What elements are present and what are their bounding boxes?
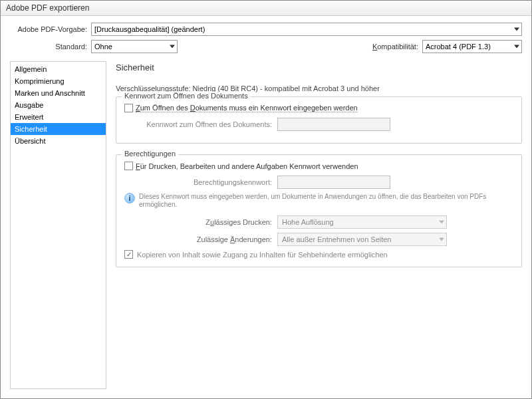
security-panel: Sicherheit Verschlüsselungsstufe: Niedri… — [116, 61, 522, 389]
panel-heading: Sicherheit — [116, 63, 522, 72]
sidebar-item-sicherheit[interactable]: Sicherheit — [11, 123, 106, 135]
info-icon: i — [124, 193, 135, 203]
allowed-printing-label: Zulässiges Drucken: — [124, 218, 277, 226]
chevron-down-icon — [514, 45, 519, 49]
enable-copy-access-checkbox — [124, 250, 133, 259]
window-title: Adobe PDF exportieren — [1, 1, 531, 16]
sidebar-item-allgemein[interactable]: Allgemein — [11, 63, 106, 75]
permissions-group: Berechtigungen Für Drucken, Bearbeiten u… — [116, 154, 522, 267]
allowed-changes-select: Alle außer Entnehmen von Seiten — [277, 233, 447, 246]
permissions-password-input — [277, 176, 390, 189]
sidebar-item-marken[interactable]: Marken und Anschnitt — [11, 87, 106, 99]
sidebar-item-uebersicht[interactable]: Übersicht — [11, 135, 106, 147]
sidebar-item-komprimierung[interactable]: Komprimierung — [11, 75, 106, 87]
allowed-printing-value: Hohe Auflösung — [282, 218, 334, 226]
open-password-group: Kennwort zum Öffnen des Dokuments Zum Öf… — [116, 96, 522, 144]
enable-copy-access-label: Kopieren von Inhalt sowie Zugang zu Inha… — [137, 251, 388, 259]
permissions-password-field-label: Berechtigungskennwort: — [124, 178, 277, 186]
permissions-info-text: Dieses Kennwort muss eingegeben werden, … — [139, 193, 513, 209]
standard-label: Standard: — [10, 43, 91, 51]
require-open-password-checkbox[interactable] — [124, 104, 133, 112]
chevron-down-icon — [514, 28, 519, 31]
open-password-legend: Kennwort zum Öffnen des Dokuments — [122, 92, 251, 100]
chevron-down-icon — [439, 221, 444, 224]
preset-select[interactable]: [Druckausgabequalität] (geändert) — [91, 23, 522, 36]
open-password-input — [277, 118, 390, 131]
top-options: Adobe PDF-Vorgabe: [Druckausgabequalität… — [1, 16, 531, 61]
standard-select[interactable]: Ohne — [91, 40, 178, 53]
preset-value: [Druckausgabequalität] (geändert) — [94, 23, 205, 35]
open-password-field-label: Kennwort zum Öffnen des Dokuments: — [124, 120, 277, 128]
export-pdf-dialog: Adobe PDF exportieren Adobe PDF-Vorgabe:… — [0, 0, 532, 399]
sidebar-item-ausgabe[interactable]: Ausgabe — [11, 99, 106, 111]
sidebar-item-erweitert[interactable]: Erweitert — [11, 111, 106, 123]
allowed-printing-select: Hohe Auflösung — [277, 215, 447, 229]
compat-label: Kompatibilität: — [372, 43, 422, 51]
permissions-password-checkbox[interactable] — [124, 162, 133, 170]
preset-label: Adobe PDF-Vorgabe: — [10, 25, 91, 33]
require-open-password-label: Zum Öffnen des Dokuments muss ein Kennwo… — [136, 104, 358, 112]
compat-value: Acrobat 4 (PDF 1.3) — [426, 41, 491, 53]
permissions-password-label: Für Drucken, Bearbeiten und andere Aufga… — [136, 162, 358, 170]
allowed-changes-value: Alle außer Entnehmen von Seiten — [282, 235, 392, 243]
category-sidebar: Allgemein Komprimierung Marken und Ansch… — [10, 61, 106, 389]
allowed-changes-label: Zulässige Änderungen: — [124, 235, 277, 243]
chevron-down-icon — [439, 238, 444, 241]
permissions-legend: Berechtigungen — [122, 150, 178, 158]
chevron-down-icon — [170, 45, 175, 49]
compat-select[interactable]: Acrobat 4 (PDF 1.3) — [422, 40, 522, 53]
compat-label-text: ompatibilität: — [377, 43, 418, 51]
standard-value: Ohne — [94, 41, 112, 53]
